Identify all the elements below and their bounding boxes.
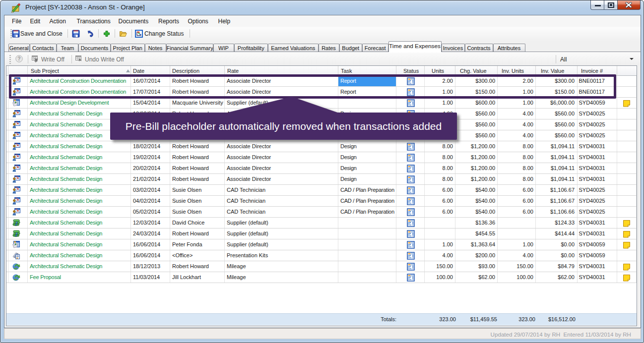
svg-text:?: ? (17, 56, 20, 61)
